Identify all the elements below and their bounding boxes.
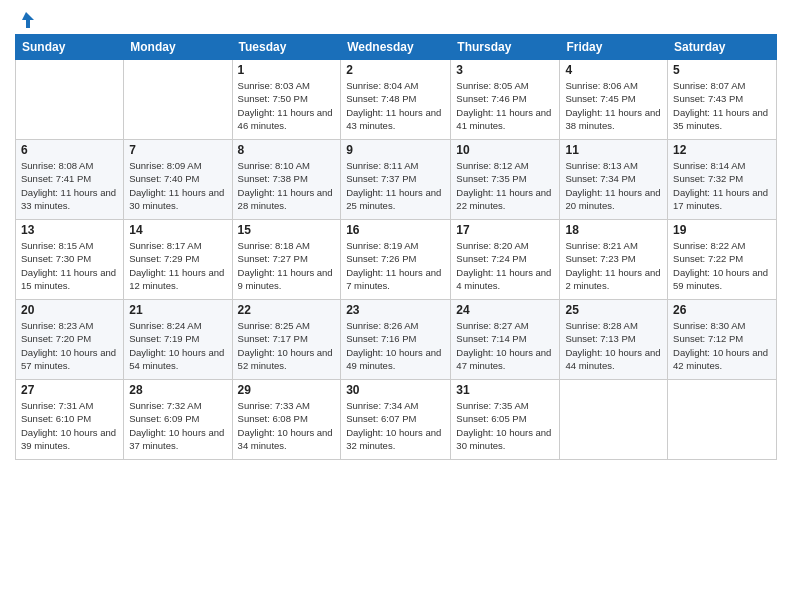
calendar-cell: 24Sunrise: 8:27 AMSunset: 7:14 PMDayligh…	[451, 300, 560, 380]
day-info: Sunrise: 8:19 AMSunset: 7:26 PMDaylight:…	[346, 239, 445, 292]
calendar-cell: 6Sunrise: 8:08 AMSunset: 7:41 PMDaylight…	[16, 140, 124, 220]
calendar-cell: 5Sunrise: 8:07 AMSunset: 7:43 PMDaylight…	[668, 60, 777, 140]
calendar-cell: 22Sunrise: 8:25 AMSunset: 7:17 PMDayligh…	[232, 300, 341, 380]
calendar-cell	[16, 60, 124, 140]
day-info: Sunrise: 8:20 AMSunset: 7:24 PMDaylight:…	[456, 239, 554, 292]
day-number: 4	[565, 63, 662, 77]
logo	[15, 10, 36, 28]
day-number: 20	[21, 303, 118, 317]
weekday-header: Sunday	[16, 35, 124, 60]
logo-icon	[16, 10, 36, 30]
calendar-cell: 10Sunrise: 8:12 AMSunset: 7:35 PMDayligh…	[451, 140, 560, 220]
page: SundayMondayTuesdayWednesdayThursdayFrid…	[0, 0, 792, 612]
day-number: 24	[456, 303, 554, 317]
calendar-cell: 19Sunrise: 8:22 AMSunset: 7:22 PMDayligh…	[668, 220, 777, 300]
calendar-week-row: 6Sunrise: 8:08 AMSunset: 7:41 PMDaylight…	[16, 140, 777, 220]
calendar-cell: 20Sunrise: 8:23 AMSunset: 7:20 PMDayligh…	[16, 300, 124, 380]
day-info: Sunrise: 8:28 AMSunset: 7:13 PMDaylight:…	[565, 319, 662, 372]
calendar-cell: 15Sunrise: 8:18 AMSunset: 7:27 PMDayligh…	[232, 220, 341, 300]
weekday-header: Friday	[560, 35, 668, 60]
weekday-header: Thursday	[451, 35, 560, 60]
calendar-cell: 25Sunrise: 8:28 AMSunset: 7:13 PMDayligh…	[560, 300, 668, 380]
day-number: 16	[346, 223, 445, 237]
day-number: 14	[129, 223, 226, 237]
day-info: Sunrise: 8:30 AMSunset: 7:12 PMDaylight:…	[673, 319, 771, 372]
calendar-week-row: 27Sunrise: 7:31 AMSunset: 6:10 PMDayligh…	[16, 380, 777, 460]
day-info: Sunrise: 8:03 AMSunset: 7:50 PMDaylight:…	[238, 79, 336, 132]
day-info: Sunrise: 8:27 AMSunset: 7:14 PMDaylight:…	[456, 319, 554, 372]
day-number: 21	[129, 303, 226, 317]
calendar-cell: 30Sunrise: 7:34 AMSunset: 6:07 PMDayligh…	[341, 380, 451, 460]
day-info: Sunrise: 7:33 AMSunset: 6:08 PMDaylight:…	[238, 399, 336, 452]
day-number: 12	[673, 143, 771, 157]
calendar-cell: 8Sunrise: 8:10 AMSunset: 7:38 PMDaylight…	[232, 140, 341, 220]
calendar-cell	[124, 60, 232, 140]
day-number: 27	[21, 383, 118, 397]
day-number: 29	[238, 383, 336, 397]
calendar-cell: 28Sunrise: 7:32 AMSunset: 6:09 PMDayligh…	[124, 380, 232, 460]
calendar-cell: 17Sunrise: 8:20 AMSunset: 7:24 PMDayligh…	[451, 220, 560, 300]
day-info: Sunrise: 8:11 AMSunset: 7:37 PMDaylight:…	[346, 159, 445, 212]
day-info: Sunrise: 8:08 AMSunset: 7:41 PMDaylight:…	[21, 159, 118, 212]
day-number: 19	[673, 223, 771, 237]
day-number: 13	[21, 223, 118, 237]
day-number: 22	[238, 303, 336, 317]
calendar-cell: 3Sunrise: 8:05 AMSunset: 7:46 PMDaylight…	[451, 60, 560, 140]
calendar-cell: 29Sunrise: 7:33 AMSunset: 6:08 PMDayligh…	[232, 380, 341, 460]
calendar-cell	[560, 380, 668, 460]
calendar-header-row: SundayMondayTuesdayWednesdayThursdayFrid…	[16, 35, 777, 60]
day-number: 18	[565, 223, 662, 237]
day-info: Sunrise: 7:34 AMSunset: 6:07 PMDaylight:…	[346, 399, 445, 452]
day-number: 3	[456, 63, 554, 77]
calendar-body: 1Sunrise: 8:03 AMSunset: 7:50 PMDaylight…	[16, 60, 777, 460]
day-info: Sunrise: 8:06 AMSunset: 7:45 PMDaylight:…	[565, 79, 662, 132]
day-info: Sunrise: 7:31 AMSunset: 6:10 PMDaylight:…	[21, 399, 118, 452]
day-info: Sunrise: 8:12 AMSunset: 7:35 PMDaylight:…	[456, 159, 554, 212]
day-info: Sunrise: 8:24 AMSunset: 7:19 PMDaylight:…	[129, 319, 226, 372]
calendar-cell: 21Sunrise: 8:24 AMSunset: 7:19 PMDayligh…	[124, 300, 232, 380]
calendar-cell: 1Sunrise: 8:03 AMSunset: 7:50 PMDaylight…	[232, 60, 341, 140]
weekday-header: Monday	[124, 35, 232, 60]
calendar: SundayMondayTuesdayWednesdayThursdayFrid…	[15, 34, 777, 460]
day-number: 28	[129, 383, 226, 397]
calendar-cell: 11Sunrise: 8:13 AMSunset: 7:34 PMDayligh…	[560, 140, 668, 220]
day-number: 10	[456, 143, 554, 157]
day-info: Sunrise: 8:14 AMSunset: 7:32 PMDaylight:…	[673, 159, 771, 212]
calendar-cell: 4Sunrise: 8:06 AMSunset: 7:45 PMDaylight…	[560, 60, 668, 140]
day-info: Sunrise: 8:04 AMSunset: 7:48 PMDaylight:…	[346, 79, 445, 132]
calendar-cell: 12Sunrise: 8:14 AMSunset: 7:32 PMDayligh…	[668, 140, 777, 220]
day-info: Sunrise: 8:18 AMSunset: 7:27 PMDaylight:…	[238, 239, 336, 292]
day-info: Sunrise: 8:15 AMSunset: 7:30 PMDaylight:…	[21, 239, 118, 292]
day-number: 2	[346, 63, 445, 77]
calendar-week-row: 20Sunrise: 8:23 AMSunset: 7:20 PMDayligh…	[16, 300, 777, 380]
day-number: 7	[129, 143, 226, 157]
weekday-header: Saturday	[668, 35, 777, 60]
day-number: 1	[238, 63, 336, 77]
day-info: Sunrise: 8:23 AMSunset: 7:20 PMDaylight:…	[21, 319, 118, 372]
day-info: Sunrise: 8:10 AMSunset: 7:38 PMDaylight:…	[238, 159, 336, 212]
day-info: Sunrise: 7:35 AMSunset: 6:05 PMDaylight:…	[456, 399, 554, 452]
day-info: Sunrise: 8:09 AMSunset: 7:40 PMDaylight:…	[129, 159, 226, 212]
day-info: Sunrise: 8:25 AMSunset: 7:17 PMDaylight:…	[238, 319, 336, 372]
day-info: Sunrise: 8:13 AMSunset: 7:34 PMDaylight:…	[565, 159, 662, 212]
day-info: Sunrise: 7:32 AMSunset: 6:09 PMDaylight:…	[129, 399, 226, 452]
calendar-cell	[668, 380, 777, 460]
day-number: 15	[238, 223, 336, 237]
day-number: 23	[346, 303, 445, 317]
calendar-cell: 18Sunrise: 8:21 AMSunset: 7:23 PMDayligh…	[560, 220, 668, 300]
calendar-cell: 13Sunrise: 8:15 AMSunset: 7:30 PMDayligh…	[16, 220, 124, 300]
day-number: 8	[238, 143, 336, 157]
calendar-cell: 27Sunrise: 7:31 AMSunset: 6:10 PMDayligh…	[16, 380, 124, 460]
day-info: Sunrise: 8:26 AMSunset: 7:16 PMDaylight:…	[346, 319, 445, 372]
calendar-cell: 31Sunrise: 7:35 AMSunset: 6:05 PMDayligh…	[451, 380, 560, 460]
day-info: Sunrise: 8:21 AMSunset: 7:23 PMDaylight:…	[565, 239, 662, 292]
weekday-header: Wednesday	[341, 35, 451, 60]
calendar-cell: 9Sunrise: 8:11 AMSunset: 7:37 PMDaylight…	[341, 140, 451, 220]
day-info: Sunrise: 8:22 AMSunset: 7:22 PMDaylight:…	[673, 239, 771, 292]
day-number: 6	[21, 143, 118, 157]
day-number: 30	[346, 383, 445, 397]
calendar-cell: 14Sunrise: 8:17 AMSunset: 7:29 PMDayligh…	[124, 220, 232, 300]
calendar-cell: 7Sunrise: 8:09 AMSunset: 7:40 PMDaylight…	[124, 140, 232, 220]
day-info: Sunrise: 8:07 AMSunset: 7:43 PMDaylight:…	[673, 79, 771, 132]
calendar-cell: 2Sunrise: 8:04 AMSunset: 7:48 PMDaylight…	[341, 60, 451, 140]
